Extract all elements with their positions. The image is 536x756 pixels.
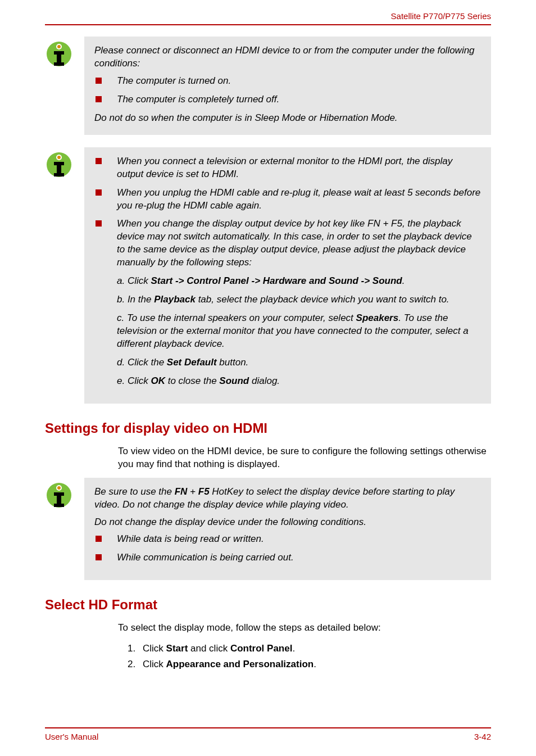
list-item: While communication is being carried out… — [94, 551, 481, 564]
section2-steps: Click Start and click Control Panel. Cli… — [118, 641, 491, 671]
list-item: When you connect a television or externa… — [94, 155, 481, 181]
text: Click — [143, 643, 166, 654]
list-item: The computer is completely turned off. — [94, 93, 481, 106]
note3-list: While data is being read or written. Whi… — [94, 533, 481, 564]
heading-settings-hdmi: Settings for display video on HDMI — [45, 420, 491, 436]
step-d: d. Click the Set Default button. — [94, 356, 481, 369]
text: e. Click — [117, 375, 151, 386]
text: . — [292, 643, 295, 654]
footer: User's Manual 3-42 — [45, 727, 491, 741]
text: Be sure to use the — [94, 486, 175, 497]
text: tab, select the playback device which yo… — [196, 294, 449, 305]
text: dialog. — [249, 375, 280, 386]
note1-list: The computer is turned on. The computer … — [94, 75, 481, 106]
section2-body: To select the display mode, follow the s… — [118, 622, 491, 635]
info-icon — [45, 481, 73, 509]
svg-point-14 — [57, 486, 61, 490]
note-block-3: Be sure to use the FN + F5 HotKey to sel… — [84, 478, 491, 581]
bold-text: Set Default — [167, 357, 217, 368]
svg-rect-10 — [57, 162, 61, 174]
svg-rect-16 — [57, 492, 61, 505]
note1-outro: Do not do so when the computer is in Sle… — [94, 112, 481, 125]
text: b. In the — [117, 294, 154, 305]
text: + — [187, 486, 198, 497]
svg-point-2 — [57, 45, 61, 48]
footer-right: 3-42 — [474, 732, 491, 741]
list-item: When you unplug the HDMI cable and re-pl… — [94, 187, 481, 212]
text: and click — [188, 643, 230, 654]
bold-text: Control Panel — [230, 643, 293, 654]
text: to close the — [165, 375, 219, 386]
bold-text: FN — [175, 486, 188, 497]
bold-text: Sound — [219, 375, 249, 386]
svg-point-8 — [57, 156, 61, 159]
info-icon — [45, 151, 73, 179]
bold-text: Appearance and Personalization — [166, 659, 314, 669]
bold-text: Start -> Control Panel -> Hardware and S… — [151, 275, 402, 286]
text: Click — [143, 659, 166, 669]
ordered-item-1: Click Start and click Control Panel. — [138, 641, 491, 656]
info-icon — [45, 40, 73, 68]
bold-text: Playback — [154, 294, 196, 305]
note1-intro: Please connect or disconnect an HDMI dev… — [94, 44, 481, 70]
text: . — [402, 275, 405, 286]
note-block-2: When you connect a television or externa… — [84, 147, 491, 404]
footer-left: User's Manual — [45, 732, 98, 741]
list-item: The computer is turned on. — [94, 75, 481, 88]
bold-text: Start — [166, 643, 188, 654]
list-item: When you change the display output devic… — [94, 218, 481, 269]
ordered-item-2: Click Appearance and Personalization. — [138, 657, 491, 672]
svg-rect-4 — [57, 51, 61, 64]
text: d. Click the — [117, 357, 167, 368]
note3-p2: Do not change the display device under t… — [94, 516, 481, 529]
note3-p1: Be sure to use the FN + F5 HotKey to sel… — [94, 486, 481, 511]
svg-rect-17 — [54, 504, 64, 507]
header-series: Satellite P770/P775 Series — [45, 11, 491, 25]
step-b: b. In the Playback tab, select the playb… — [94, 293, 481, 306]
step-e: e. Click OK to close the Sound dialog. — [94, 375, 481, 388]
note2-list: When you connect a television or externa… — [94, 155, 481, 270]
text: a. Click — [117, 275, 151, 286]
heading-select-hd-format: Select HD Format — [45, 597, 491, 613]
text: button. — [217, 357, 249, 368]
step-a: a. Click Start -> Control Panel -> Hardw… — [94, 275, 481, 288]
svg-rect-5 — [54, 62, 64, 66]
bold-text: OK — [151, 375, 165, 386]
note-block-1: Please connect or disconnect an HDMI dev… — [84, 37, 491, 135]
bold-text: Speakers — [356, 313, 399, 323]
text: . — [314, 659, 316, 669]
list-item: While data is being read or written. — [94, 533, 481, 546]
note2-steps: a. Click Start -> Control Panel -> Hardw… — [94, 275, 481, 388]
text: c. To use the internal speakers on your … — [117, 313, 356, 323]
bold-text: F5 — [198, 486, 210, 497]
svg-rect-11 — [54, 173, 64, 176]
step-c: c. To use the internal speakers on your … — [94, 312, 481, 351]
section1-body: To view video on the HDMI device, be sur… — [118, 445, 491, 471]
